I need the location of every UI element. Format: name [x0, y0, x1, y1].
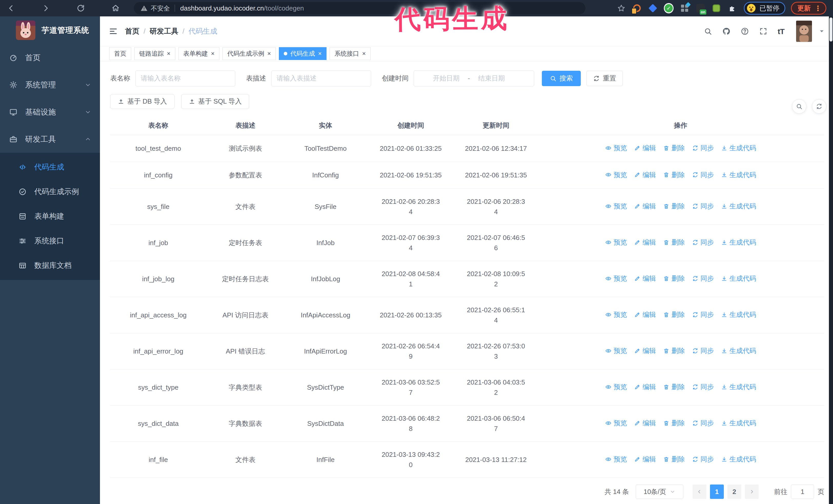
action-edit-link[interactable]: 编辑 [634, 201, 656, 211]
help-icon[interactable] [741, 27, 749, 35]
action-preview-link[interactable]: 预览 [605, 418, 627, 428]
refresh-table-button[interactable] [812, 99, 826, 114]
toggle-search-button[interactable] [792, 99, 806, 114]
close-icon[interactable]: × [267, 50, 271, 57]
date-range-picker[interactable]: - [414, 71, 534, 87]
collapse-sidebar-icon[interactable] [109, 27, 118, 36]
close-icon[interactable]: × [362, 50, 366, 57]
action-delete-link[interactable]: 删除 [663, 237, 685, 247]
action-generate-link[interactable]: 生成代码 [721, 273, 756, 284]
start-date-input[interactable] [426, 74, 467, 82]
address-bar[interactable]: 不安全 dashboard.yudao.iocoder.cn/tool/code… [134, 2, 586, 14]
fullscreen-icon[interactable] [759, 27, 767, 35]
user-menu-caret-icon[interactable] [818, 28, 825, 35]
end-date-input[interactable] [471, 74, 512, 82]
action-sync-link[interactable]: 同步 [692, 143, 714, 153]
action-generate-link[interactable]: 生成代码 [721, 454, 756, 464]
action-edit-link[interactable]: 编辑 [634, 170, 656, 180]
action-sync-link[interactable]: 同步 [692, 345, 714, 356]
action-generate-link[interactable]: 生成代码 [721, 170, 756, 180]
table-name-input[interactable] [135, 71, 235, 87]
action-delete-link[interactable]: 删除 [663, 273, 685, 284]
prev-page-button[interactable] [693, 484, 706, 499]
action-delete-link[interactable]: 删除 [663, 382, 685, 392]
home-icon[interactable] [111, 4, 120, 13]
action-sync-link[interactable]: 同步 [692, 201, 714, 211]
browser-update-button[interactable]: 更新 ⋮ [791, 2, 826, 15]
action-generate-link[interactable]: 生成代码 [721, 201, 756, 211]
action-edit-link[interactable]: 编辑 [634, 273, 656, 284]
fontsize-icon[interactable]: tT [778, 27, 786, 35]
tab-home[interactable]: 首页 [109, 47, 131, 60]
import-db-button[interactable]: 基于 DB 导入 [110, 94, 174, 109]
action-edit-link[interactable]: 编辑 [634, 382, 656, 392]
page-button-1[interactable]: 1 [710, 484, 724, 499]
close-icon[interactable]: × [318, 50, 322, 57]
tab-form-builder[interactable]: 表单构建× [178, 47, 219, 60]
ext-orange-ring-icon[interactable] [632, 3, 642, 13]
action-delete-link[interactable]: 删除 [663, 143, 685, 153]
reset-button[interactable]: 重置 [587, 71, 623, 86]
action-delete-link[interactable]: 删除 [663, 309, 685, 320]
reload-icon[interactable] [76, 4, 85, 13]
import-sql-button[interactable]: 基于 SQL 导入 [181, 94, 249, 109]
ext-blue-gem-icon[interactable] [648, 3, 658, 13]
search-button[interactable]: 搜索 [542, 71, 581, 86]
action-edit-link[interactable]: 编辑 [634, 309, 656, 320]
sidebar-item-home[interactable]: 首页 [0, 44, 100, 71]
forward-icon[interactable] [42, 4, 50, 13]
sidebar-item-system-management[interactable]: 系统管理 [0, 71, 100, 98]
action-sync-link[interactable]: 同步 [692, 309, 714, 320]
action-delete-link[interactable]: 删除 [663, 201, 685, 211]
sidebar-item-db-doc[interactable]: 数据库文档 [0, 253, 100, 278]
ext-puzzle-icon[interactable] [728, 3, 737, 13]
action-preview-link[interactable]: 预览 [605, 273, 627, 284]
action-edit-link[interactable]: 编辑 [634, 345, 656, 356]
action-preview-link[interactable]: 预览 [605, 454, 627, 464]
ext-grid-icon[interactable] [680, 3, 689, 13]
sidebar-item-system-api[interactable]: 系统接口 [0, 229, 100, 253]
github-icon[interactable] [722, 27, 731, 35]
sidebar-item-codegen[interactable]: 代码生成 [0, 155, 100, 179]
action-generate-link[interactable]: 生成代码 [721, 237, 756, 247]
tab-codegen-demo[interactable]: 代码生成示例× [222, 47, 276, 60]
page-button-2[interactable]: 2 [728, 484, 741, 499]
action-generate-link[interactable]: 生成代码 [721, 143, 756, 153]
sidebar-item-form-builder[interactable]: 表单构建 [0, 204, 100, 229]
action-edit-link[interactable]: 编辑 [634, 237, 656, 247]
tab-codegen[interactable]: 代码生成× [279, 47, 327, 60]
action-preview-link[interactable]: 预览 [605, 170, 627, 180]
bookmark-star-icon[interactable] [617, 4, 625, 12]
breadcrumb-item[interactable]: 研发工具 [150, 26, 178, 36]
action-sync-link[interactable]: 同步 [692, 454, 714, 464]
next-page-button[interactable] [745, 484, 759, 499]
action-sync-link[interactable]: 同步 [692, 237, 714, 247]
table-desc-input[interactable] [271, 71, 371, 87]
back-icon[interactable] [7, 4, 15, 13]
tab-system-api[interactable]: 系统接口× [330, 47, 371, 60]
action-generate-link[interactable]: 生成代码 [721, 309, 756, 320]
close-icon[interactable]: × [167, 50, 170, 57]
action-preview-link[interactable]: 预览 [605, 309, 627, 320]
app-logo[interactable]: 芋道管理系统 [0, 17, 100, 44]
paused-extension-badge[interactable]: 已暂停 [744, 2, 785, 15]
breadcrumb-item[interactable]: 首页 [125, 26, 139, 36]
action-generate-link[interactable]: 生成代码 [721, 382, 756, 392]
action-sync-link[interactable]: 同步 [692, 418, 714, 428]
action-delete-link[interactable]: 删除 [663, 418, 685, 428]
sidebar-item-infrastructure[interactable]: 基础设施 [0, 98, 100, 126]
action-generate-link[interactable]: 生成代码 [721, 345, 756, 356]
action-delete-link[interactable]: 删除 [663, 170, 685, 180]
action-preview-link[interactable]: 预览 [605, 382, 627, 392]
action-preview-link[interactable]: 预览 [605, 345, 627, 356]
action-generate-link[interactable]: 生成代码 [721, 418, 756, 428]
tab-tracing[interactable]: 链路追踪× [134, 47, 175, 60]
browser-menu-icon[interactable]: ⋮ [814, 4, 822, 13]
action-edit-link[interactable]: 编辑 [634, 143, 656, 153]
action-preview-link[interactable]: 预览 [605, 201, 627, 211]
action-edit-link[interactable]: 编辑 [634, 454, 656, 464]
action-sync-link[interactable]: 同步 [692, 170, 714, 180]
action-edit-link[interactable]: 编辑 [634, 418, 656, 428]
goto-page-input[interactable] [791, 484, 814, 499]
sidebar-item-codegen-demo[interactable]: 代码生成示例 [0, 179, 100, 204]
